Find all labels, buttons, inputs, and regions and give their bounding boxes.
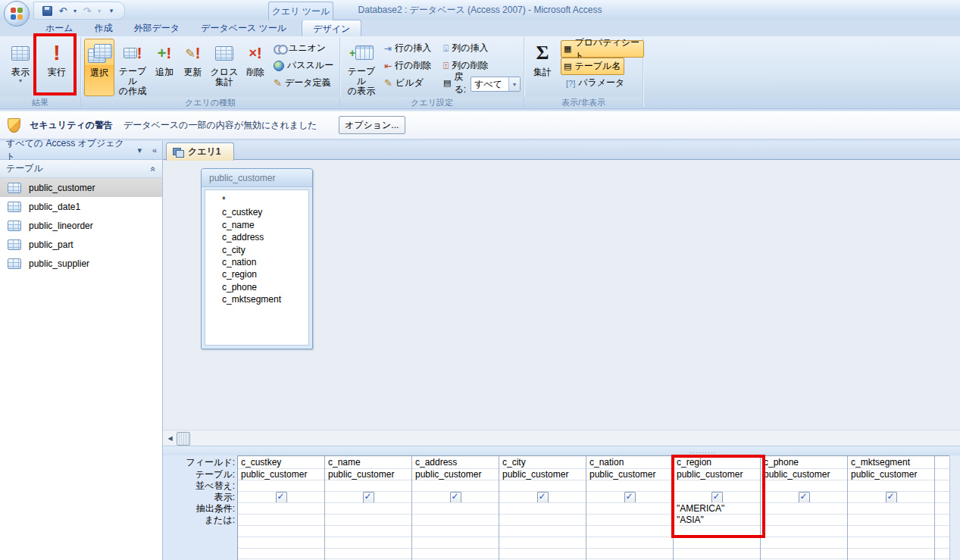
empty-cell[interactable] — [674, 537, 760, 549]
empty-cell[interactable] — [848, 537, 934, 549]
show-cell[interactable] — [848, 492, 934, 503]
ribbon-tab-デザイン[interactable]: デザイン — [302, 20, 361, 36]
criteria-cell[interactable] — [499, 503, 586, 515]
save-icon[interactable] — [40, 4, 54, 17]
nav-menu-dropdown-icon[interactable]: ▾ — [132, 142, 147, 158]
ribbon-tab-作成[interactable]: 作成 — [84, 20, 124, 36]
nav-section-tables[interactable]: テーブル « — [0, 160, 162, 178]
field-cell[interactable]: c_custkey — [238, 456, 324, 469]
scroll-left-icon[interactable]: ◀ — [164, 432, 176, 444]
field-cell[interactable]: c_mktsegment — [848, 456, 934, 469]
field-item-c_address[interactable]: c_address — [222, 231, 308, 243]
criteria-cell[interactable] — [412, 503, 499, 515]
show-checkbox-checked[interactable] — [799, 492, 810, 503]
show-checkbox-checked[interactable] — [886, 492, 897, 503]
view-button[interactable]: 表示 ▾ — [5, 39, 36, 96]
empty-cell[interactable] — [238, 526, 324, 537]
property-sheet-button[interactable]: ▦ プロパティシート — [561, 40, 644, 58]
nav-item-public_lineorder[interactable]: public_lineorder — [0, 216, 162, 235]
navigation-pane-header[interactable]: すべての Access オブジェクト ▾ « — [0, 141, 162, 160]
criteria-cell[interactable] — [238, 503, 324, 515]
or-cell[interactable] — [238, 515, 324, 526]
empty-cell[interactable] — [586, 537, 673, 549]
empty-cell[interactable] — [674, 549, 760, 559]
update-button[interactable]: ✎! 更新 — [179, 39, 207, 96]
return-combo[interactable]: すべて ▾ — [471, 77, 521, 92]
criteria-cell[interactable] — [761, 503, 847, 515]
empty-cell[interactable] — [325, 526, 411, 537]
table-cell[interactable]: public_customer — [586, 469, 673, 480]
empty-cell[interactable] — [848, 526, 934, 537]
pass-through-button[interactable]: パススルー — [271, 58, 341, 74]
table-cell[interactable]: public_customer — [761, 469, 847, 480]
delete-columns-button[interactable]: ⍐ 列の削除 — [441, 58, 506, 74]
empty-cell[interactable] — [499, 526, 586, 537]
table-names-button[interactable]: ▤ テーブル名 — [561, 58, 624, 75]
show-cell[interactable] — [412, 492, 499, 503]
field-item-c_phone[interactable]: c_phone — [222, 281, 308, 293]
select-query-button[interactable]: 選択 — [84, 39, 114, 96]
delete-query-button[interactable]: ×! 削除 — [242, 39, 269, 96]
field-cell[interactable]: c_city — [499, 456, 586, 469]
show-checkbox-checked[interactable] — [276, 492, 287, 503]
field-cell[interactable]: c_name — [325, 456, 411, 469]
field-item-*[interactable]: * — [222, 194, 308, 206]
field-cell[interactable]: c_address — [412, 456, 499, 469]
ribbon-tab-外部データ[interactable]: 外部データ — [124, 20, 191, 36]
empty-cell[interactable] — [412, 549, 499, 559]
sort-cell[interactable] — [325, 480, 411, 492]
undo-icon[interactable]: ↶ — [56, 4, 70, 17]
empty-cell[interactable] — [848, 549, 934, 559]
or-cell[interactable] — [586, 515, 673, 526]
sort-cell[interactable] — [586, 480, 673, 492]
empty-cell[interactable] — [586, 526, 673, 537]
delete-rows-button[interactable]: ⇤ 行の削除 — [382, 58, 444, 74]
table-cell[interactable]: public_customer — [412, 469, 499, 480]
security-options-button[interactable]: オプション... — [339, 116, 405, 134]
show-cell[interactable] — [586, 492, 673, 503]
shutter-close-icon[interactable]: « — [147, 142, 162, 158]
empty-cell[interactable] — [412, 537, 499, 549]
empty-cell[interactable] — [238, 537, 324, 549]
field-list-card-public-customer[interactable]: public_customer *c_custkeyc_namec_addres… — [201, 168, 313, 349]
data-definition-button[interactable]: ✎ データ定義 — [271, 75, 341, 91]
sort-cell[interactable] — [238, 480, 324, 492]
show-checkbox-checked[interactable] — [450, 492, 461, 503]
field-item-c_mktsegment[interactable]: c_mktsegment — [222, 293, 308, 305]
document-tab-query1[interactable]: クエリ1 — [166, 142, 234, 161]
crosstab-button[interactable]: クロス 集計 — [208, 39, 241, 96]
append-button[interactable]: +! 追加 — [151, 39, 178, 96]
field-cell[interactable]: c_nation — [586, 456, 673, 469]
field-item-c_name[interactable]: c_name — [222, 219, 308, 231]
union-button[interactable]: ユニオン — [271, 40, 341, 56]
or-cell[interactable] — [412, 515, 499, 526]
builder-button[interactable]: ✎ ビルダ — [382, 75, 436, 91]
criteria-cell[interactable] — [848, 503, 934, 515]
return-combo-dropdown-icon[interactable]: ▾ — [508, 77, 520, 91]
table-cell[interactable]: public_customer — [848, 469, 934, 480]
show-checkbox-checked[interactable] — [624, 492, 636, 503]
or-cell[interactable] — [325, 515, 411, 526]
show-cell[interactable] — [325, 492, 411, 503]
field-item-c_nation[interactable]: c_nation — [222, 256, 308, 268]
ribbon-tab-データベース ツール[interactable]: データベース ツール — [190, 20, 297, 36]
criteria-cell[interactable] — [586, 503, 673, 515]
nav-item-public_customer[interactable]: public_customer — [0, 178, 162, 197]
empty-cell[interactable] — [412, 526, 499, 537]
empty-cell[interactable] — [761, 549, 847, 559]
table-cell[interactable]: public_customer — [325, 469, 411, 480]
table-cell[interactable]: public_customer — [238, 469, 324, 480]
nav-item-public_date1[interactable]: public_date1 — [0, 197, 162, 216]
or-cell[interactable] — [848, 515, 934, 526]
show-cell[interactable] — [761, 492, 847, 503]
design-hscrollbar[interactable]: ◀ — [163, 430, 960, 446]
nav-item-public_part[interactable]: public_part — [0, 235, 162, 254]
empty-cell[interactable] — [238, 549, 324, 559]
sort-cell[interactable] — [412, 480, 499, 492]
field-item-c_city[interactable]: c_city — [222, 244, 308, 256]
undo-dropdown-icon[interactable]: ▾ — [72, 4, 78, 17]
hscroll-thumb[interactable] — [177, 432, 190, 446]
field-item-c_custkey[interactable]: c_custkey — [222, 206, 308, 218]
field-cell[interactable]: c_phone — [761, 456, 847, 469]
parameters-button[interactable]: [?] パラメータ — [564, 75, 635, 91]
